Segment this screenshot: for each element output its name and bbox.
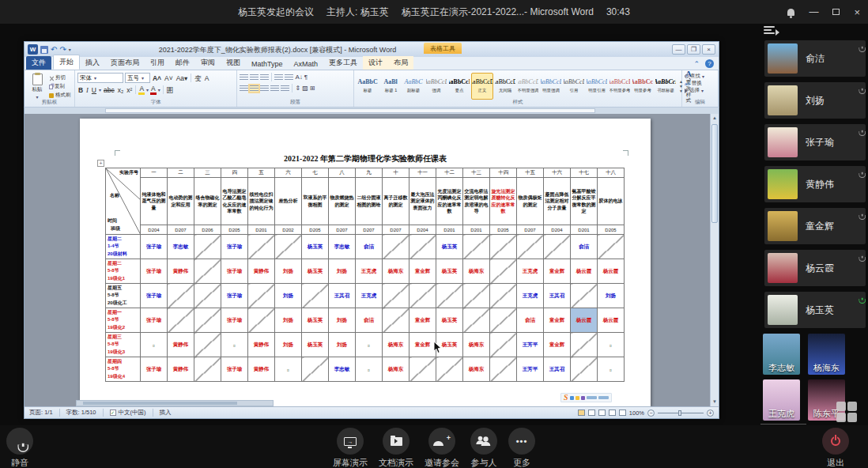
- schedule-cell[interactable]: 杨玉英: [302, 259, 329, 284]
- style-item-标题[interactable]: AaBbC标题: [357, 73, 379, 100]
- room-cell[interactable]: D207: [168, 225, 194, 235]
- schedule-cell-empty[interactable]: ¤: [598, 357, 625, 382]
- experiment-name-cell[interactable]: 电动势的测定和应用: [168, 178, 194, 225]
- column-number-cell[interactable]: 八: [329, 168, 356, 178]
- schedule-cell-empty-diagonal[interactable]: [490, 235, 517, 259]
- mute-button[interactable]: 静音: [6, 428, 33, 468]
- schedule-cell[interactable]: 张子瑜: [141, 259, 168, 284]
- schedule-cell[interactable]: 童金辉: [544, 333, 571, 357]
- experiment-name-cell[interactable]: 电导法测定乙酸乙酯皂化反应的速率常数: [221, 178, 248, 225]
- schedule-cell-empty-diagonal[interactable]: [248, 308, 275, 333]
- room-cell[interactable]: D204: [544, 225, 571, 235]
- schedule-cell-empty[interactable]: ¤: [356, 333, 383, 357]
- participant-tile[interactable]: 杨云霞: [764, 250, 866, 286]
- schedule-cell[interactable]: 张子瑜: [221, 259, 248, 284]
- strikethrough-button[interactable]: abc: [103, 86, 115, 94]
- toolbar-button-更多[interactable]: •••更多: [508, 428, 535, 468]
- schedule-cell[interactable]: 李志敏: [329, 357, 356, 382]
- schedule-cell-empty-diagonal[interactable]: [383, 308, 409, 333]
- row-label-cell[interactable]: 星期四5-8节19级化4: [106, 357, 141, 382]
- room-cell[interactable]: D205: [302, 225, 329, 235]
- schedule-cell-empty-diagonal[interactable]: [490, 259, 517, 284]
- schedule-cell-empty-diagonal[interactable]: [383, 284, 409, 308]
- experiment-name-cell[interactable]: 差热分析: [275, 178, 302, 225]
- tab-审阅[interactable]: 审阅: [195, 56, 221, 70]
- schedule-cell-empty-diagonal[interactable]: [490, 357, 517, 382]
- schedule-cell[interactable]: 王芳平: [517, 357, 544, 382]
- column-number-cell[interactable]: 六: [275, 168, 302, 178]
- participant-tile[interactable]: 张子瑜: [764, 124, 866, 160]
- experiment-name-cell[interactable]: 二组分固液相图的测绘: [356, 178, 383, 225]
- help-icon[interactable]: ?: [705, 59, 714, 68]
- multilevel-list-icon[interactable]: [260, 74, 269, 81]
- schedule-cell[interactable]: 杨玉英: [302, 333, 329, 357]
- experiment-name-cell[interactable]: 纯液体饱和蒸气压的测量: [141, 178, 168, 225]
- schedule-cell-empty-diagonal[interactable]: [409, 357, 436, 382]
- schedule-cell-empty[interactable]: ¤: [275, 357, 302, 382]
- horizontal-scrollbar[interactable]: [76, 400, 274, 406]
- schedule-cell[interactable]: 杨云霞: [571, 308, 598, 333]
- schedule-cell[interactable]: 杨玉英: [436, 259, 463, 284]
- schedule-cell-empty-diagonal[interactable]: [194, 284, 221, 308]
- schedule-cell-empty-diagonal[interactable]: [248, 284, 275, 308]
- schedule-cell[interactable]: 俞洁: [517, 308, 544, 333]
- schedule-cell[interactable]: 杨玉英: [436, 308, 463, 333]
- toolbar-button-屏幕演示[interactable]: →屏幕演示: [333, 428, 368, 468]
- room-cell[interactable]: D207: [383, 225, 409, 235]
- schedule-cell-empty-diagonal[interactable]: [436, 284, 463, 308]
- clipboard-item-复制[interactable]: 复制: [49, 83, 71, 90]
- style-item-明显参考[interactable]: AaBbCcI明显参考: [632, 73, 654, 100]
- notification-bell-icon[interactable]: [787, 9, 794, 16]
- document-title[interactable]: 2021-2022 年第二学期物理化学实验教师任课表: [80, 153, 651, 164]
- schedule-cell[interactable]: 张子瑜: [141, 284, 168, 308]
- schedule-cell-empty-diagonal[interactable]: [463, 235, 490, 259]
- schedule-cell[interactable]: 黄静伟: [168, 333, 194, 357]
- schedule-cell[interactable]: 杨云霞: [598, 308, 625, 333]
- style-item-不明显强调[interactable]: AaBbCcDi不明显强调: [517, 73, 539, 100]
- word-count[interactable]: 字数: 1/510: [66, 409, 104, 417]
- zoom-slider-thumb[interactable]: [678, 410, 681, 416]
- shrink-font-icon[interactable]: A˅: [164, 74, 174, 82]
- schedule-cell-empty-diagonal[interactable]: [490, 333, 517, 357]
- scrollbar-thumb[interactable]: [711, 124, 718, 223]
- experiment-name-cell[interactable]: 氨基甲酸铵分解反应平衡常数的测定: [571, 178, 598, 225]
- clipboard-item-格式刷[interactable]: 格式刷: [49, 92, 71, 99]
- schedule-cell[interactable]: 杨海东: [383, 357, 409, 382]
- column-number-cell[interactable]: 五: [248, 168, 275, 178]
- experiment-name-cell[interactable]: 旋光法测定蔗糖转化反应的速率常数: [490, 178, 517, 225]
- style-item-标题 1[interactable]: AaBl标题 1: [379, 73, 402, 100]
- sort-icon[interactable]: A↓: [295, 74, 302, 81]
- column-number-cell[interactable]: 四: [221, 168, 248, 178]
- schedule-cell[interactable]: 黄静伟: [168, 259, 194, 284]
- column-number-cell[interactable]: 一: [141, 168, 168, 178]
- schedule-cell[interactable]: 杨海东: [383, 259, 409, 284]
- word-minimize-button[interactable]: —: [672, 44, 685, 55]
- style-item-正文[interactable]: AaBbCcDi正文: [471, 73, 493, 100]
- experiment-name-cell[interactable]: 物质燃烧热的测定: [329, 178, 356, 225]
- schedule-cell[interactable]: 杨玉英: [436, 235, 463, 259]
- zoom-out-button[interactable]: −: [647, 410, 655, 417]
- style-item-明显强调[interactable]: AaBbCcD明显强调: [540, 73, 562, 100]
- row-label-cell[interactable]: 星期五5-8节20级化工: [106, 284, 141, 308]
- outline-view-icon[interactable]: [609, 410, 616, 416]
- align-center-icon[interactable]: [250, 85, 259, 92]
- numbering-icon[interactable]: [250, 74, 259, 81]
- edit-item-选择[interactable]: 选择▾: [685, 87, 715, 94]
- web-view-icon[interactable]: [598, 410, 606, 416]
- experiment-name-cell[interactable]: 交流电桥法测定弱电解质溶液的电导: [463, 178, 490, 225]
- clipboard-item-剪切[interactable]: 剪切: [49, 74, 71, 81]
- schedule-cell[interactable]: 刘扬: [275, 284, 302, 308]
- bullets-icon[interactable]: [240, 74, 248, 81]
- edit-item-替换[interactable]: ab替换: [685, 80, 715, 87]
- tab-插入[interactable]: 插入: [80, 56, 105, 70]
- room-cell[interactable]: D201: [436, 225, 463, 235]
- tab-更多工具[interactable]: 更多工具: [323, 56, 363, 70]
- toolbar-button-邀请参会[interactable]: +邀请参会: [425, 428, 459, 468]
- schedule-cell[interactable]: 张子瑜: [141, 357, 168, 382]
- tab-邮件[interactable]: 邮件: [170, 56, 195, 70]
- room-cell[interactable]: D202: [275, 225, 302, 235]
- schedule-cell-empty-diagonal[interactable]: [409, 235, 436, 259]
- italic-button[interactable]: I: [85, 86, 89, 94]
- style-item-要点[interactable]: AaBbCcD要点: [448, 73, 470, 100]
- panel-collapse-icon[interactable]: [764, 26, 779, 36]
